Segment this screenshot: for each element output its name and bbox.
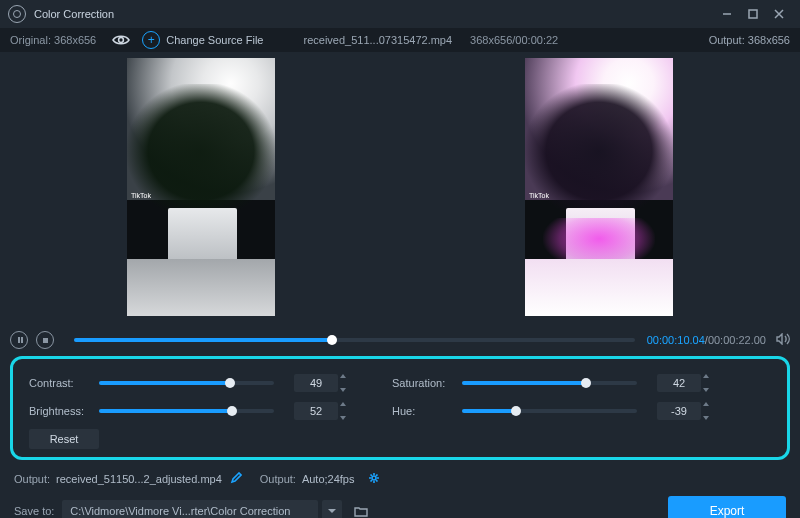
- reset-button[interactable]: Reset: [29, 429, 99, 449]
- color-panel: Contrast: 49 Saturation: 42 Brightness: …: [10, 356, 790, 460]
- contrast-value[interactable]: 49: [294, 374, 338, 392]
- maximize-button[interactable]: [740, 1, 766, 27]
- original-preview: TikTok: [127, 58, 275, 316]
- output-settings-label: Output:: [260, 473, 296, 485]
- preview-area: TikTok TikTok: [0, 52, 800, 322]
- tiktok-watermark: TikTok: [529, 192, 549, 200]
- pause-button[interactable]: [10, 331, 28, 349]
- svg-rect-0: [749, 10, 757, 18]
- hue-stepper[interactable]: [703, 402, 715, 420]
- close-button[interactable]: [766, 1, 792, 27]
- stop-button[interactable]: [36, 331, 54, 349]
- minimize-button[interactable]: [714, 1, 740, 27]
- brightness-stepper[interactable]: [340, 402, 352, 420]
- hue-value[interactable]: -39: [657, 402, 701, 420]
- source-file-info: 368x656/00:00:22: [470, 34, 558, 46]
- svg-point-2: [372, 476, 376, 480]
- time-total: 00:00:22.00: [708, 334, 766, 346]
- change-source-button[interactable]: Change Source File: [166, 34, 263, 46]
- bottom-bar: Save to: C:\Vidmore\Vidmore Vi...rter\Co…: [0, 496, 800, 518]
- output-file-label: Output:: [14, 473, 50, 485]
- app-logo-icon: [8, 5, 26, 23]
- adjusted-preview: TikTok: [525, 58, 673, 316]
- transport-bar: 00:00:10.04/00:00:22.00: [0, 328, 800, 352]
- tiktok-watermark: TikTok: [131, 192, 151, 200]
- output-dims: 368x656: [748, 34, 790, 46]
- output-settings-icon[interactable]: [368, 472, 380, 486]
- preview-toggle-icon[interactable]: [112, 34, 130, 46]
- hue-slider[interactable]: [462, 409, 637, 413]
- output-file-value: received_51150...2_adjusted.mp4: [56, 473, 222, 485]
- saturation-value[interactable]: 42: [657, 374, 701, 392]
- hue-label: Hue:: [392, 405, 462, 417]
- output-settings-value: Auto;24fps: [302, 473, 355, 485]
- output-label: Output:: [709, 34, 745, 46]
- seek-slider[interactable]: [74, 338, 635, 342]
- brightness-value[interactable]: 52: [294, 402, 338, 420]
- svg-point-1: [119, 38, 124, 43]
- time-current: 00:00:10.04: [647, 334, 705, 346]
- original-dims: 368x656: [54, 34, 96, 46]
- contrast-label: Contrast:: [29, 377, 99, 389]
- edit-output-icon[interactable]: [230, 472, 242, 486]
- window-title: Color Correction: [34, 8, 114, 20]
- add-source-icon[interactable]: [142, 31, 160, 49]
- save-to-label: Save to:: [14, 505, 54, 517]
- brightness-slider[interactable]: [99, 409, 274, 413]
- saturation-slider[interactable]: [462, 381, 637, 385]
- contrast-slider[interactable]: [99, 381, 274, 385]
- saturation-label: Saturation:: [392, 377, 462, 389]
- save-path-dropdown[interactable]: [322, 500, 342, 518]
- info-toolbar: Original: 368x656 Change Source File rec…: [0, 28, 800, 52]
- source-file-name: received_511...07315472.mp4: [303, 34, 452, 46]
- save-path-field[interactable]: C:\Vidmore\Vidmore Vi...rter\Color Corre…: [62, 500, 318, 518]
- title-bar: Color Correction: [0, 0, 800, 28]
- contrast-stepper[interactable]: [340, 374, 352, 392]
- saturation-stepper[interactable]: [703, 374, 715, 392]
- original-label: Original:: [10, 34, 51, 46]
- brightness-label: Brightness:: [29, 405, 99, 417]
- export-button[interactable]: Export: [668, 496, 786, 518]
- volume-icon[interactable]: [776, 333, 790, 347]
- open-folder-icon[interactable]: [350, 500, 372, 518]
- output-row: Output: received_51150...2_adjusted.mp4 …: [0, 468, 800, 490]
